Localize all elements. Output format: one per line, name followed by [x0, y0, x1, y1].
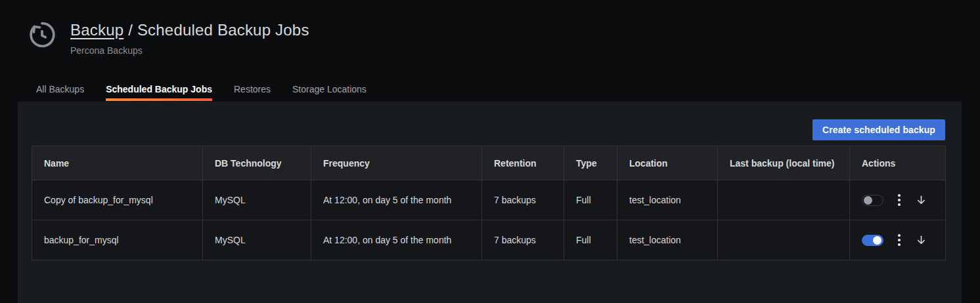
- page-title: Backup / Scheduled Backup Jobs: [70, 21, 309, 40]
- content-panel: Create scheduled backup Name DB Technolo…: [18, 102, 962, 303]
- tab-storage-locations[interactable]: Storage Locations: [292, 80, 367, 103]
- column-header-name: Name: [32, 146, 203, 180]
- kebab-menu-icon[interactable]: [895, 192, 904, 209]
- column-header-type: Type: [564, 146, 617, 180]
- page-header: Backup / Scheduled Backup Jobs Percona B…: [25, 17, 309, 56]
- tab-restores[interactable]: Restores: [234, 80, 271, 103]
- cell-actions: [850, 220, 946, 260]
- table-header-row: Name DB Technology Frequency Retention T…: [32, 146, 946, 180]
- title-block: Backup / Scheduled Backup Jobs Percona B…: [70, 17, 309, 56]
- toggle-knob: [873, 236, 881, 245]
- cell-frequency: At 12:00, on day 5 of the month: [311, 180, 482, 220]
- column-header-location: Location: [617, 146, 718, 180]
- scheduled-backups-table: Name DB Technology Frequency Retention T…: [32, 146, 946, 260]
- cell-name: backup_for_mysql: [32, 220, 203, 260]
- toggle-knob: [864, 196, 872, 205]
- cell-actions: [850, 180, 946, 220]
- table-row: Copy of backup_for_mysql MySQL At 12:00,…: [32, 180, 946, 220]
- enable-toggle[interactable]: [862, 235, 883, 246]
- history-icon: [25, 18, 59, 52]
- breadcrumb-link-backup[interactable]: Backup: [70, 21, 123, 39]
- column-header-frequency: Frequency: [311, 146, 482, 180]
- column-header-last-backup: Last backup (local time): [718, 146, 850, 180]
- tab-bar: All Backups Scheduled Backup Jobs Restor…: [36, 80, 388, 103]
- breadcrumb-current: Scheduled Backup Jobs: [137, 21, 309, 39]
- create-scheduled-backup-button[interactable]: Create scheduled backup: [813, 119, 945, 140]
- cell-type: Full: [564, 220, 617, 260]
- cell-name: Copy of backup_for_mysql: [32, 180, 203, 220]
- cell-frequency: At 12:00, on day 5 of the month: [311, 220, 482, 260]
- cell-type: Full: [564, 180, 617, 220]
- page-subtitle: Percona Backups: [70, 45, 309, 56]
- download-icon[interactable]: [915, 234, 927, 247]
- cell-db-technology: MySQL: [203, 220, 311, 260]
- download-icon[interactable]: [915, 194, 927, 207]
- column-header-db-technology: DB Technology: [203, 146, 311, 180]
- cell-last-backup: [718, 220, 850, 260]
- tab-all-backups[interactable]: All Backups: [36, 80, 84, 103]
- cell-db-technology: MySQL: [203, 180, 311, 220]
- cell-last-backup: [718, 180, 850, 220]
- kebab-menu-icon[interactable]: [895, 232, 904, 249]
- cell-location: test_location: [617, 180, 718, 220]
- column-header-retention: Retention: [482, 146, 564, 180]
- tab-scheduled-backup-jobs[interactable]: Scheduled Backup Jobs: [106, 80, 212, 103]
- column-header-actions: Actions: [850, 146, 946, 180]
- cell-retention: 7 backups: [482, 180, 564, 220]
- enable-toggle[interactable]: [862, 195, 883, 206]
- breadcrumb-separator: /: [123, 21, 137, 39]
- table-row: backup_for_mysql MySQL At 12:00, on day …: [32, 220, 946, 260]
- cell-location: test_location: [617, 220, 718, 260]
- cell-retention: 7 backups: [482, 220, 564, 260]
